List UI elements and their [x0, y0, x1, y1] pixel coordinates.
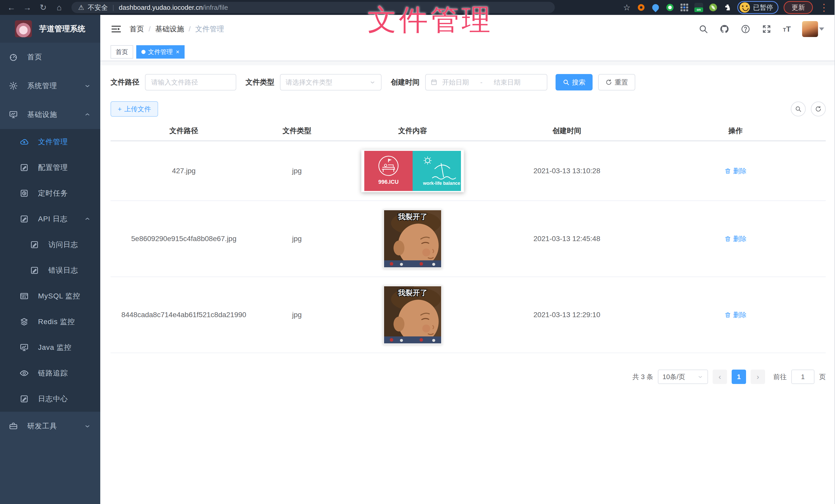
- prev-page-button[interactable]: ‹: [713, 370, 727, 384]
- file-type-select[interactable]: 请选择文件类型: [280, 74, 382, 90]
- file-preview-996-banner[interactable]: 996.ICU work-life balance: [361, 150, 464, 192]
- plus-icon: +: [118, 105, 122, 113]
- chevron-down-icon: [697, 374, 704, 380]
- browser-home-button[interactable]: ⌂: [53, 2, 66, 13]
- sidebar-item-infra[interactable]: 基础设施: [0, 100, 100, 129]
- cell-file-path: 5e8609290e915c4fa8b08e67.jpg: [110, 232, 257, 246]
- file-path-label: 文件路径: [110, 77, 139, 87]
- svg-text:我裂开了: 我裂开了: [398, 289, 428, 297]
- goto-page-input[interactable]: [791, 370, 814, 384]
- extension-icon-grid[interactable]: [680, 3, 689, 12]
- extension-icon-leaf[interactable]: [709, 3, 718, 12]
- sidebar-item-redis-monitor[interactable]: Redis 监控: [0, 309, 100, 335]
- extension-icon-on-badge[interactable]: on: [694, 3, 704, 12]
- table-row: 5e8609290e915c4fa8b08e67.jpg jpg: [110, 201, 826, 277]
- delete-button[interactable]: 删除: [725, 311, 747, 319]
- address-bar[interactable]: ⚠ 不安全 | dashboard.yudao.iocoder.cn/infra…: [72, 2, 555, 13]
- sidebar-item-java-monitor[interactable]: Java 监控: [0, 335, 100, 360]
- sidebar-item-cron-jobs[interactable]: 定时任务: [0, 181, 100, 206]
- extensions-puzzle-icon[interactable]: [723, 3, 732, 12]
- browser-update-button[interactable]: 更新: [783, 1, 813, 14]
- help-icon[interactable]: [741, 24, 750, 34]
- cell-create-time: 2021-03-13 12:45:48: [488, 232, 645, 246]
- breadcrumb-home[interactable]: 首页: [129, 24, 144, 34]
- col-file-type: 文件类型: [257, 123, 337, 138]
- sidebar-item-dev-tools[interactable]: 研发工具: [0, 412, 100, 441]
- tag-file-management[interactable]: 文件管理 ×: [136, 45, 185, 59]
- tag-home[interactable]: 首页: [110, 45, 133, 59]
- extension-icon-green-circle[interactable]: [665, 3, 675, 12]
- sidebar-item-config[interactable]: 配置管理: [0, 155, 100, 181]
- browser-menu-icon[interactable]: ⋮: [818, 3, 830, 12]
- profile-avatar-icon: [740, 2, 750, 13]
- chevron-down-icon: [84, 82, 91, 89]
- extension-icon-orange[interactable]: [636, 3, 646, 12]
- svg-text:我裂开了: 我裂开了: [398, 213, 428, 221]
- warning-icon: ⚠: [78, 4, 84, 12]
- app-logo-row[interactable]: 芋道管理系统: [0, 15, 100, 43]
- file-preview-baby-meme[interactable]: 我裂开了: [383, 209, 442, 268]
- avatar-dropdown-caret[interactable]: [819, 27, 824, 30]
- hamburger-icon[interactable]: [110, 23, 122, 35]
- trash-icon: [725, 235, 731, 242]
- col-file-path: 文件路径: [110, 123, 257, 138]
- col-actions: 操作: [645, 123, 826, 138]
- browser-reload-button[interactable]: ↻: [37, 2, 50, 13]
- sidebar-item-home[interactable]: 首页: [0, 43, 100, 71]
- breadcrumb-infra[interactable]: 基础设施: [155, 24, 184, 34]
- sidebar-item-tracing[interactable]: 链路追踪: [0, 360, 100, 386]
- sidebar-submenu-infra: 文件管理 配置管理 定时任务 API 日志 访问日志: [0, 129, 100, 412]
- goto-label: 前往: [773, 372, 787, 381]
- monitor-icon: [9, 110, 18, 119]
- cell-file-type: jpg: [257, 232, 337, 246]
- next-page-button[interactable]: ›: [751, 370, 765, 384]
- file-table: 文件路径 文件类型 文件内容 创建时间 操作 427.jpg jpg: [110, 121, 826, 353]
- font-size-icon[interactable]: TT: [783, 25, 791, 34]
- cell-file-type: jpg: [257, 308, 337, 321]
- fullscreen-icon[interactable]: [762, 24, 772, 34]
- browser-back-button[interactable]: ←: [5, 2, 18, 13]
- delete-button[interactable]: 删除: [725, 234, 747, 244]
- create-time-label: 创建时间: [391, 77, 420, 87]
- sidebar-item-error-logs[interactable]: 错误日志: [0, 257, 100, 283]
- toggle-search-button[interactable]: [791, 102, 806, 117]
- reset-button[interactable]: 重置: [598, 74, 635, 90]
- sidebar-item-file-management[interactable]: 文件管理: [0, 129, 100, 155]
- sidebar-item-system[interactable]: 系统管理: [0, 71, 100, 100]
- github-icon[interactable]: [719, 24, 729, 34]
- tag-close-icon[interactable]: ×: [176, 48, 180, 56]
- browser-forward-button[interactable]: →: [21, 2, 34, 13]
- url-host: dashboard.yudao.iocoder.cn: [119, 4, 203, 11]
- sidebar-item-log-center[interactable]: 日志中心: [0, 386, 100, 412]
- tags-view-bar: 首页 文件管理 ×: [100, 43, 834, 61]
- refresh-icon: [606, 79, 612, 86]
- search-button[interactable]: 搜索: [555, 74, 593, 90]
- upload-file-button[interactable]: + 上传文件: [110, 101, 158, 117]
- refresh-table-button[interactable]: [811, 102, 826, 117]
- profile-paused-badge[interactable]: 已暂停: [737, 1, 778, 14]
- date-range-picker[interactable]: 开始日期 - 结束日期: [425, 74, 547, 90]
- table-row: 8448cada8c714e4ab61f521c8da21990 jpg: [110, 277, 826, 353]
- browser-toolbar: ← → ↻ ⌂ ⚠ 不安全 | dashboard.yudao.iocoder.…: [0, 0, 834, 15]
- sidebar-item-access-logs[interactable]: 访问日志: [0, 232, 100, 257]
- delete-button[interactable]: 删除: [725, 167, 747, 175]
- user-avatar[interactable]: [802, 21, 818, 37]
- page-number-1[interactable]: 1: [732, 370, 746, 384]
- sidebar-item-api-logs[interactable]: API 日志: [0, 206, 100, 232]
- file-path-input[interactable]: [145, 74, 236, 90]
- file-preview-baby-meme[interactable]: 我裂开了: [383, 285, 442, 344]
- page-content: 文件路径 文件类型 请选择文件类型 创建时间 开始日期 - 结束日期: [100, 65, 834, 504]
- cloud-icon: [20, 137, 29, 147]
- page-size-select[interactable]: 10条/页: [658, 370, 708, 384]
- sidebar: 芋道管理系统 首页 系统管理 基础设施 文件管理: [0, 15, 100, 504]
- breadcrumb-current: 文件管理: [196, 24, 224, 34]
- search-icon[interactable]: [698, 24, 708, 34]
- extension-icon-pin[interactable]: [651, 3, 660, 12]
- sidebar-item-mysql-monitor[interactable]: MySQL 监控: [0, 283, 100, 309]
- date-end-placeholder: 结束日期: [494, 78, 521, 87]
- table-row: 427.jpg jpg: [110, 141, 826, 201]
- bookmark-star-icon[interactable]: ☆: [622, 3, 631, 12]
- doc-edit-icon: [30, 266, 39, 275]
- date-start-placeholder: 开始日期: [442, 78, 469, 87]
- col-create-time: 创建时间: [488, 123, 645, 138]
